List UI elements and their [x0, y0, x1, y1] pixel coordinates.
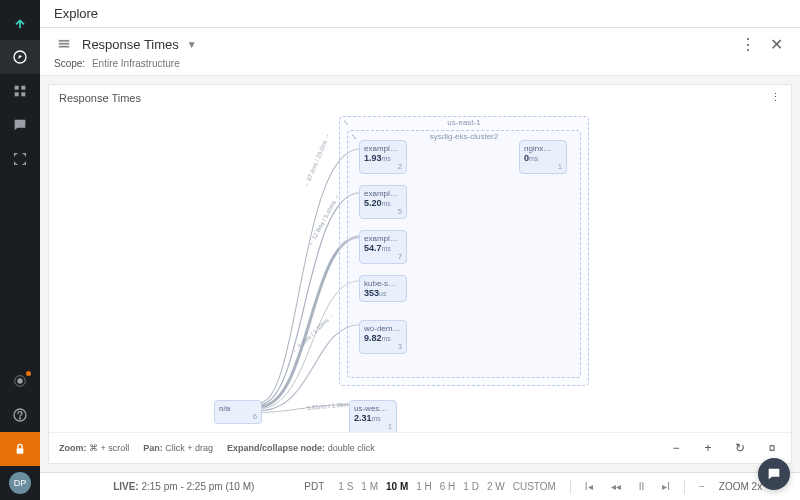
- svg-point-5: [17, 378, 22, 383]
- topology-node[interactable]: exampl… 1.93ms 2: [359, 140, 407, 174]
- topology-node[interactable]: nginx… 0ms 1: [519, 140, 567, 174]
- topology-canvas[interactable]: ← 87.6ms / 29.0ms → ← 12.8ms / 5.40ms → …: [49, 110, 791, 432]
- node-unit: ms: [382, 335, 391, 342]
- topology-node[interactable]: exampl… 54.7ms 7: [359, 230, 407, 264]
- panel-more-icon[interactable]: ⋮: [770, 91, 781, 104]
- scope-label: Scope:: [54, 58, 85, 69]
- fit-button[interactable]: ¤: [763, 439, 781, 457]
- node-value: 54.7: [364, 243, 382, 253]
- node-name: exampl…: [364, 234, 402, 243]
- chevron-down-icon[interactable]: ▼: [187, 39, 197, 50]
- cluster-label: us-east-1: [447, 118, 480, 127]
- svg-text:← 3.2ms / 1.10ms →: ← 3.2ms / 1.10ms →: [291, 312, 335, 355]
- time-last-button[interactable]: ▸I: [658, 479, 674, 494]
- node-unit: ms: [372, 415, 381, 422]
- node-unit: us: [379, 290, 386, 297]
- node-name: exampl…: [364, 144, 402, 153]
- node-count: 3: [364, 343, 402, 350]
- time-range-button[interactable]: CUSTOM: [509, 479, 560, 494]
- scope-value[interactable]: Entire Infrastructure: [92, 58, 180, 69]
- cluster-label: sysdig-eks-cluster2: [430, 132, 498, 141]
- nav-capture[interactable]: [0, 142, 40, 176]
- pan-hint-value: Click + drag: [165, 443, 213, 453]
- time-range-button[interactable]: 2 W: [483, 479, 509, 494]
- svg-rect-3: [15, 92, 19, 96]
- svg-rect-9: [17, 448, 24, 453]
- svg-rect-10: [59, 40, 70, 42]
- node-value: 353: [364, 288, 379, 298]
- nav-explore[interactable]: [0, 40, 40, 74]
- zoom-hint-value: ⌘ + scroll: [89, 443, 129, 453]
- node-count: 1: [524, 163, 562, 170]
- time-range-button[interactable]: 1 S: [334, 479, 357, 494]
- node-name: wo-dem…: [364, 324, 402, 333]
- node-count: 7: [364, 253, 402, 260]
- dashboard-icon: [54, 34, 74, 54]
- scope-bar: Scope: Entire Infrastructure: [40, 58, 800, 76]
- panel-header: Response Times ▼ ⋮ ✕: [40, 28, 800, 58]
- node-count: 1: [354, 423, 392, 430]
- topology-node[interactable]: exampl… 5.20ms 5: [359, 185, 407, 219]
- node-value: 2.31: [354, 413, 372, 423]
- time-range-button[interactable]: 6 H: [436, 479, 460, 494]
- page-title: Explore: [40, 0, 800, 28]
- node-name: n/a: [219, 404, 257, 413]
- nav-notifications[interactable]: [0, 364, 40, 398]
- svg-point-8: [19, 418, 20, 419]
- time-range-button[interactable]: 1 M: [357, 479, 382, 494]
- sidebar: DP: [0, 0, 40, 500]
- expand-icon[interactable]: ⤡: [343, 119, 349, 127]
- time-first-button[interactable]: I◂: [581, 479, 597, 494]
- node-count: 6: [219, 413, 257, 420]
- timezone: PDT: [304, 481, 324, 492]
- time-range-button[interactable]: 1 H: [412, 479, 436, 494]
- panel-title: Response Times: [82, 37, 179, 52]
- svg-rect-1: [15, 86, 19, 90]
- brand-icon[interactable]: [0, 6, 40, 40]
- live-range[interactable]: 2:15 pm - 2:25 pm (10 M): [141, 481, 254, 492]
- time-prev-button[interactable]: ◂◂: [607, 479, 625, 494]
- topology-node[interactable]: kube-s… 353us: [359, 275, 407, 302]
- nav-alerts[interactable]: [0, 108, 40, 142]
- zoom-in-button[interactable]: +: [699, 439, 717, 457]
- node-unit: ms: [529, 155, 538, 162]
- expand-icon[interactable]: ⤡: [351, 133, 357, 141]
- refresh-button[interactable]: ↻: [731, 439, 749, 457]
- topology-node[interactable]: us-wes… 2.31ms 1: [349, 400, 397, 432]
- expand-hint-label: Expand/collapse node:: [227, 443, 325, 453]
- expand-hint-value: double click: [328, 443, 375, 453]
- svg-rect-11: [59, 43, 70, 45]
- node-name: us-wes…: [354, 404, 392, 413]
- zoom-level: ZOOM 2x: [719, 481, 762, 492]
- svg-rect-4: [21, 92, 25, 96]
- topology-node[interactable]: n/a 6: [214, 400, 262, 424]
- nav-dashboards[interactable]: [0, 74, 40, 108]
- time-pause-button[interactable]: II: [635, 479, 649, 494]
- node-count: 2: [364, 163, 402, 170]
- nav-lock[interactable]: [0, 432, 40, 466]
- nav-help[interactable]: [0, 398, 40, 432]
- node-name: kube-s…: [364, 279, 402, 288]
- node-name: nginx…: [524, 144, 562, 153]
- chart-title: Response Times: [59, 92, 141, 104]
- pan-hint-label: Pan:: [143, 443, 163, 453]
- zoom-hint-label: Zoom:: [59, 443, 87, 453]
- node-count: 5: [364, 208, 402, 215]
- node-unit: ms: [382, 155, 391, 162]
- close-icon[interactable]: ✕: [766, 34, 786, 54]
- node-unit: ms: [382, 245, 391, 252]
- avatar[interactable]: DP: [9, 472, 31, 494]
- node-value: 1.93: [364, 153, 382, 163]
- svg-text:← 12.8ms / 5.40ms →: ← 12.8ms / 5.40ms →: [307, 193, 340, 247]
- node-unit: ms: [382, 200, 391, 207]
- topology-node[interactable]: wo-dem… 9.82ms 3: [359, 320, 407, 354]
- more-icon[interactable]: ⋮: [738, 34, 758, 54]
- zoom-out-button[interactable]: −: [667, 439, 685, 457]
- node-name: exampl…: [364, 189, 402, 198]
- live-label: LIVE:: [113, 481, 139, 492]
- chat-bubble[interactable]: [758, 458, 790, 490]
- svg-text:← 87.6ms / 29.0ms →: ← 87.6ms / 29.0ms →: [303, 132, 331, 188]
- time-range-button[interactable]: 10 M: [382, 479, 412, 494]
- zoom-minus-button[interactable]: −: [695, 479, 709, 494]
- time-range-button[interactable]: 1 D: [459, 479, 483, 494]
